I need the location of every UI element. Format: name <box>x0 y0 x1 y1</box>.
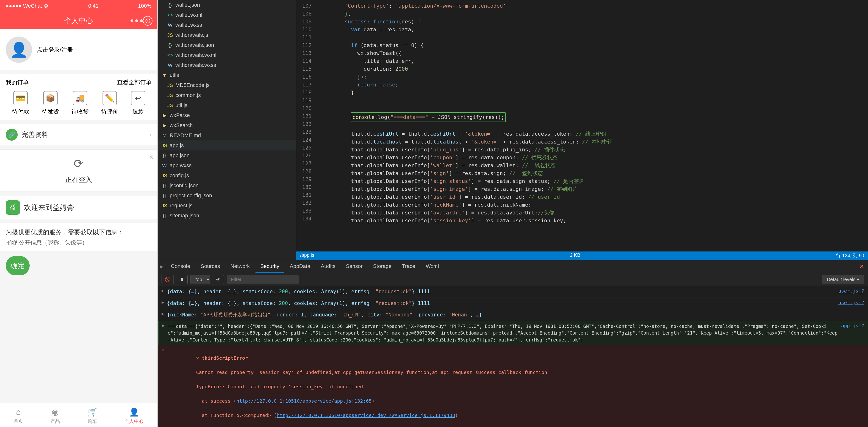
profile-icon: 🔗 <box>6 129 18 141</box>
file-config[interactable]: JS config.js <box>158 170 296 180</box>
avatar: 👤 <box>6 37 32 63</box>
tab-appdata[interactable]: AppData <box>285 260 315 273</box>
tab-wxml[interactable]: Wxml <box>421 260 444 273</box>
folder-wxparse[interactable]: ▶ wxParse <box>158 110 296 120</box>
file-wallet-wxss[interactable]: W wallet.wxss <box>158 20 296 30</box>
profile-section[interactable]: 🔗 完善资料 › <box>0 124 157 145</box>
user-avatar-section[interactable]: 👤 点击登录/注册 <box>0 29 157 70</box>
battery-text: 100% <box>138 3 152 9</box>
file-readme[interactable]: M README.md <box>158 130 296 140</box>
file-name: app.json <box>170 152 189 159</box>
file-project-config[interactable]: {} project.config.json <box>158 191 296 201</box>
tab-network[interactable]: Network <box>226 260 254 273</box>
wxss-icon: W <box>167 63 173 68</box>
nav-bar: 个人中心 ⊙ <box>0 12 157 29</box>
file-withdrawals-wxml[interactable]: <> withdrawals.wxml <box>158 50 296 60</box>
filter-input[interactable] <box>227 275 299 284</box>
file-wallet-json[interactable]: {} wallet.json <box>158 0 296 10</box>
file-name: withdrawals.wxml <box>176 52 216 58</box>
tab-audits[interactable]: Audits <box>316 260 340 273</box>
file-name: withdrawals.wxss <box>176 62 216 68</box>
file-name: sitemap.json <box>170 212 199 219</box>
devtools-panel: ▶ Console Sources Network Security AppDa… <box>158 260 868 427</box>
context-selector[interactable]: top <box>190 275 210 284</box>
cursor-position: 行 124, 列 90 <box>836 253 864 259</box>
products-icon: ◉ <box>52 407 59 417</box>
bottom-nav-home[interactable]: ⌂ 首页 <box>13 407 23 425</box>
tab-console[interactable]: Console <box>166 260 195 273</box>
order-item-pending-ship[interactable]: 📦 待发货 <box>42 91 59 116</box>
source-link[interactable]: user.js:? <box>838 288 864 294</box>
file-app-json[interactable]: {} app.json <box>158 151 296 161</box>
folder-name: wxSearch <box>170 122 193 129</box>
profile-text: 完善资料 <box>22 130 149 139</box>
close-devtools-button[interactable]: ✕ <box>858 261 866 272</box>
file-app-js[interactable]: JS app.js <box>158 140 296 151</box>
refund-icon: ↩ <box>131 91 145 105</box>
tab-sources[interactable]: Sources <box>196 260 225 273</box>
code-content[interactable]: 'Content-Type': 'application/x-www-form-… <box>315 0 868 252</box>
eye-button[interactable]: 👁 <box>213 275 224 284</box>
status-bar-code: /app.js 2 KB 行 124, 列 90 <box>296 252 868 260</box>
info-item: ·你的公开信息（昵称、头像等） <box>6 239 152 247</box>
pause-button[interactable]: ⏸ <box>177 275 188 284</box>
file-request[interactable]: JS request.js <box>158 201 296 210</box>
folder-wxsearch[interactable]: ▶ wxSearch <box>158 120 296 130</box>
console-line: ▶ {data: {…}, header: {…}, statusCode: 2… <box>158 298 868 309</box>
levels-button[interactable]: Default levels ▾ <box>822 275 864 284</box>
tab-trace[interactable]: Trace <box>397 260 420 273</box>
file-withdrawals-wxss[interactable]: W withdrawals.wxss <box>158 60 296 70</box>
login-text[interactable]: 点击登录/注册 <box>37 46 73 54</box>
nav-dots[interactable] <box>130 19 143 22</box>
file-withdrawals-json[interactable]: {} withdrawals.json <box>158 40 296 50</box>
file-md5encode[interactable]: JS MD5Encode.js <box>158 80 296 90</box>
js-icon: JS <box>161 203 167 208</box>
bottom-nav-cart[interactable]: 🛒 购车 <box>87 407 97 425</box>
source-link[interactable]: app.js:? <box>841 323 864 329</box>
file-jsconfig[interactable]: {} jsconfig.json <box>158 180 296 191</box>
source-link[interactable]: user.js:? <box>838 300 864 305</box>
file-name: config.js <box>170 172 189 178</box>
record-button[interactable]: ⊙ <box>143 16 153 26</box>
order-item-pending-review[interactable]: ✏️ 待评价 <box>101 91 118 116</box>
welcome-section: 益 欢迎来到益姆膏 <box>0 196 157 220</box>
file-util[interactable]: JS util.js <box>158 100 296 110</box>
bottom-nav-products[interactable]: ◉ 产品 <box>51 407 60 425</box>
confirm-button[interactable]: 确定 <box>6 256 30 275</box>
file-withdrawals-js[interactable]: JS withdrawals.js <box>158 30 296 40</box>
close-button[interactable]: × <box>149 153 153 161</box>
error-icon: ✕ <box>161 347 164 353</box>
json-icon: {} <box>167 2 173 8</box>
file-tree-panel: {} wallet.json <> wallet.wxml W wallet.w… <box>158 0 296 260</box>
clear-console-button[interactable]: 🚫 <box>161 275 174 284</box>
bottom-nav-profile[interactable]: 👤 个人中心 <box>125 407 144 425</box>
home-label: 首页 <box>13 418 23 424</box>
home-icon: ⌂ <box>16 407 21 417</box>
file-common[interactable]: JS common.js <box>158 90 296 100</box>
avatar-icon: 👤 <box>10 41 28 58</box>
folder-utils[interactable]: ▼ utils <box>158 70 296 80</box>
loading-spinner-icon: ⟳ <box>73 157 84 170</box>
file-app-wxss[interactable]: W app.wxss <box>158 161 296 170</box>
file-wallet-wxml[interactable]: <> wallet.wxml <box>158 10 296 20</box>
error-link[interactable]: http://127.0.0.1:10510/appservice/_dev_/… <box>277 413 455 418</box>
tab-security[interactable]: Security <box>255 260 284 273</box>
folder-icon: ▼ <box>161 73 167 78</box>
expand-icon[interactable]: ▶ <box>162 323 165 328</box>
wxml-icon: <> <box>167 53 173 58</box>
expand-icon[interactable]: ▶ <box>161 300 164 305</box>
cart-label: 购车 <box>88 418 97 425</box>
order-item-pending-pay[interactable]: 💳 待付款 <box>12 91 29 116</box>
expand-icon[interactable]: ▶ <box>161 311 164 316</box>
welcome-text: 欢迎来到益姆膏 <box>24 203 74 212</box>
file-sitemap[interactable]: {} sitemap.json <box>158 210 296 221</box>
file-path: /app.js <box>300 253 314 259</box>
error-link[interactable]: http://127.0.0.1:10510/appservice/app.js… <box>236 398 372 404</box>
products-label: 产品 <box>51 418 60 425</box>
expand-icon[interactable]: ▶ <box>161 288 164 293</box>
order-item-refund[interactable]: ↩ 退款 <box>131 91 145 116</box>
tab-sensor[interactable]: Sensor <box>341 260 367 273</box>
tab-storage[interactable]: Storage <box>368 260 396 273</box>
orders-view-all[interactable]: 查看全部订单 <box>117 78 152 86</box>
order-item-pending-receive[interactable]: 🚚 待收货 <box>71 91 89 116</box>
